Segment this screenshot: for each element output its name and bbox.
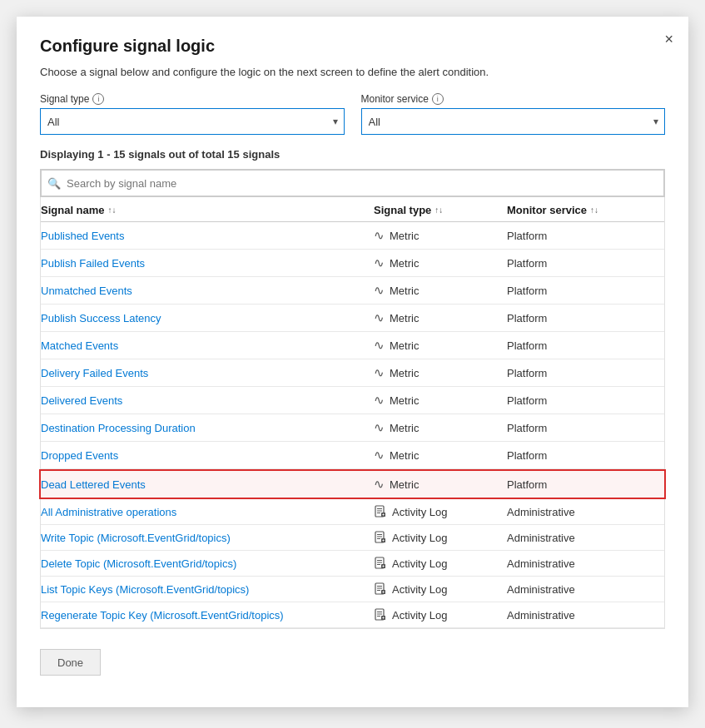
activity-log-icon — [374, 505, 387, 518]
close-button[interactable]: × — [664, 32, 673, 47]
signals-table: Signal name ↑↓ Signal type ↑↓ Monitor se… — [40, 197, 665, 629]
table-row[interactable]: Publish Failed Events ∿ Metric Platform — [41, 250, 664, 277]
signal-name-header: Signal name ↑↓ — [41, 204, 374, 216]
done-button[interactable]: Done — [40, 649, 101, 676]
cell-monitor-service: Platform — [507, 394, 664, 407]
cell-monitor-service: Administrative — [507, 532, 664, 544]
activity-log-icon — [374, 531, 387, 544]
cell-monitor-service: Platform — [507, 339, 664, 352]
signal-name-sort-icon[interactable]: ↑↓ — [108, 206, 117, 215]
table-row[interactable]: Regenerate Topic Key (Microsoft.EventGri… — [41, 602, 664, 628]
table-row[interactable]: Publish Success Latency ∿ Metric Platfor… — [41, 305, 664, 332]
table-row[interactable]: Published Events ∿ Metric Platform — [41, 222, 664, 250]
cell-signal-name[interactable]: Delivery Failed Events — [41, 367, 374, 379]
cell-signal-type: Activity Log — [374, 557, 507, 570]
cell-signal-type: Activity Log — [374, 608, 507, 622]
dialog-title: Configure signal logic — [40, 37, 665, 56]
cell-signal-type: ∿ Metric — [374, 310, 507, 325]
search-icon: 🔍 — [47, 177, 61, 190]
monitor-service-label: Monitor service i — [361, 93, 666, 105]
cell-signal-name[interactable]: Unmatched Events — [41, 285, 374, 297]
metric-icon: ∿ — [374, 448, 385, 463]
cell-monitor-service: Platform — [507, 367, 664, 379]
monitor-service-header: Monitor service ↑↓ — [507, 204, 664, 216]
cell-monitor-service: Platform — [507, 449, 664, 462]
table-row[interactable]: List Topic Keys (Microsoft.EventGrid/top… — [41, 577, 664, 602]
count-text: Displaying 1 - 15 signals out of total 1… — [40, 148, 665, 161]
filter-row: Signal type i All Metric Activity Log ▾ … — [40, 93, 665, 135]
cell-monitor-service: Administrative — [507, 557, 664, 570]
table-row[interactable]: Write Topic (Microsoft.EventGrid/topics)… — [41, 525, 664, 551]
cell-signal-name[interactable]: List Topic Keys (Microsoft.EventGrid/top… — [41, 583, 374, 596]
cell-signal-name[interactable]: Regenerate Topic Key (Microsoft.EventGri… — [41, 609, 374, 622]
metric-icon: ∿ — [374, 477, 385, 492]
table-row[interactable]: Delivered Events ∿ Metric Platform — [41, 387, 664, 414]
cell-signal-name[interactable]: Published Events — [41, 230, 374, 242]
table-row[interactable]: Dead Lettered Events ∿ Metric Platform — [39, 469, 666, 499]
monitor-service-select[interactable]: All Platform Administrative — [361, 108, 666, 135]
cell-signal-type: ∿ Metric — [374, 228, 507, 243]
metric-icon: ∿ — [374, 228, 385, 243]
cell-signal-type: Activity Log — [374, 531, 507, 544]
cell-signal-type: ∿ Metric — [374, 420, 507, 435]
signal-type-sort-icon[interactable]: ↑↓ — [434, 206, 443, 215]
dialog-subtitle: Choose a signal below and configure the … — [40, 66, 665, 78]
cell-signal-type: Activity Log — [374, 505, 507, 518]
cell-monitor-service: Platform — [507, 422, 664, 434]
search-bar-container: 🔍 — [40, 169, 665, 197]
cell-signal-type: ∿ Metric — [374, 477, 507, 492]
metric-icon: ∿ — [374, 283, 385, 298]
metric-icon: ∿ — [374, 338, 385, 353]
metric-icon: ∿ — [374, 255, 385, 270]
cell-signal-type: ∿ Metric — [374, 283, 507, 298]
table-row[interactable]: Destination Processing Duration ∿ Metric… — [41, 414, 664, 442]
search-wrapper: 🔍 — [41, 170, 664, 196]
cell-signal-name[interactable]: Publish Success Latency — [41, 312, 374, 324]
activity-log-icon — [374, 608, 387, 622]
metric-icon: ∿ — [374, 310, 385, 325]
cell-monitor-service: Platform — [507, 478, 664, 491]
table-row[interactable]: Delivery Failed Events ∿ Metric Platform — [41, 359, 664, 387]
metric-icon: ∿ — [374, 393, 385, 408]
signal-type-select[interactable]: All Metric Activity Log — [40, 108, 345, 135]
cell-signal-type: ∿ Metric — [374, 365, 507, 380]
cell-monitor-service: Platform — [507, 257, 664, 270]
cell-signal-name[interactable]: All Administrative operations — [41, 506, 374, 518]
cell-signal-name[interactable]: Destination Processing Duration — [41, 422, 374, 434]
table-row[interactable]: Dropped Events ∿ Metric Platform — [41, 442, 664, 469]
table-row[interactable]: All Administrative operations Activity L… — [41, 499, 664, 525]
metric-icon: ∿ — [374, 365, 385, 380]
cell-monitor-service: Platform — [507, 312, 664, 324]
signal-type-group: Signal type i All Metric Activity Log ▾ — [40, 93, 345, 135]
monitor-service-info-icon[interactable]: i — [432, 93, 444, 105]
signal-type-info-icon[interactable]: i — [92, 93, 104, 105]
cell-signal-name[interactable]: Publish Failed Events — [41, 257, 374, 270]
table-header: Signal name ↑↓ Signal type ↑↓ Monitor se… — [41, 197, 664, 222]
table-row[interactable]: Delete Topic (Microsoft.EventGrid/topics… — [41, 551, 664, 577]
cell-signal-name[interactable]: Delivered Events — [41, 394, 374, 407]
cell-monitor-service: Platform — [507, 285, 664, 297]
table-row[interactable]: Unmatched Events ∿ Metric Platform — [41, 277, 664, 305]
configure-signal-dialog: × Configure signal logic Choose a signal… — [17, 17, 688, 707]
cell-signal-type: ∿ Metric — [374, 255, 507, 270]
monitor-service-sort-icon[interactable]: ↑↓ — [590, 206, 598, 215]
search-input[interactable] — [41, 170, 664, 196]
table-body: Published Events ∿ Metric Platform Publi… — [41, 222, 664, 628]
table-row[interactable]: Matched Events ∿ Metric Platform — [41, 332, 664, 359]
signal-type-select-wrapper: All Metric Activity Log ▾ — [40, 108, 345, 135]
cell-signal-name[interactable]: Dead Lettered Events — [41, 478, 374, 491]
cell-monitor-service: Administrative — [507, 609, 664, 622]
cell-signal-name[interactable]: Delete Topic (Microsoft.EventGrid/topics… — [41, 557, 374, 570]
metric-icon: ∿ — [374, 420, 385, 435]
activity-log-icon — [374, 582, 387, 596]
cell-signal-type: ∿ Metric — [374, 448, 507, 463]
cell-signal-name[interactable]: Write Topic (Microsoft.EventGrid/topics) — [41, 532, 374, 544]
cell-monitor-service: Platform — [507, 230, 664, 242]
cell-monitor-service: Administrative — [507, 506, 664, 518]
cell-signal-name[interactable]: Dropped Events — [41, 449, 374, 462]
cell-signal-type: ∿ Metric — [374, 393, 507, 408]
activity-log-icon — [374, 557, 387, 570]
signal-type-label: Signal type i — [40, 93, 345, 105]
cell-signal-name[interactable]: Matched Events — [41, 339, 374, 352]
cell-monitor-service: Administrative — [507, 583, 664, 596]
